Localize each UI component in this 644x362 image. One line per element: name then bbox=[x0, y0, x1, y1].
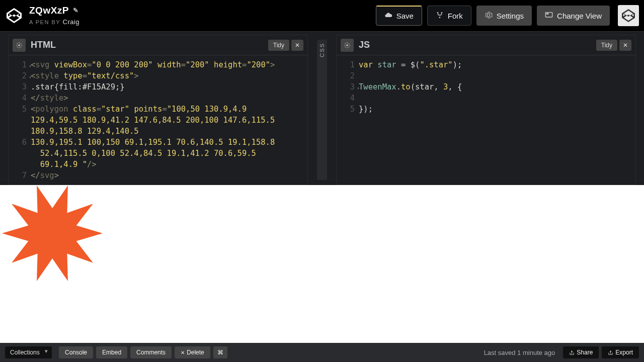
save-button[interactable]: Save bbox=[376, 6, 422, 26]
html-settings-icon[interactable] bbox=[13, 39, 26, 52]
js-tidy-button[interactable]: Tidy bbox=[596, 40, 617, 51]
embed-button[interactable]: Embed bbox=[96, 346, 127, 358]
html-editor[interactable]: 1▾ 2▾ 3 4 5 6 7 <svg viewBox="0 0 200 20… bbox=[9, 55, 307, 185]
svg-point-2 bbox=[18, 44, 20, 46]
pen-title[interactable]: ZQwXzP bbox=[29, 5, 69, 16]
delete-button[interactable]: ✕Delete bbox=[175, 346, 210, 358]
html-tidy-button[interactable]: Tidy bbox=[268, 40, 289, 51]
title-block: ZQwXzP ✎ A PEN BY Craig bbox=[29, 5, 79, 26]
shortcuts-button[interactable]: ⌘ bbox=[213, 346, 227, 358]
output-preview bbox=[0, 185, 644, 343]
footer-bar: Collections Console Embed Comments ✕Dele… bbox=[0, 343, 644, 362]
export-button[interactable]: Export bbox=[602, 346, 639, 358]
last-saved-text: Last saved 1 minute ago bbox=[484, 349, 555, 356]
js-gutter: 1 2 3▾ 4 5 bbox=[337, 59, 359, 185]
js-settings-icon[interactable] bbox=[341, 39, 354, 52]
console-button[interactable]: Console bbox=[59, 346, 93, 358]
js-pane-title: JS bbox=[359, 40, 370, 50]
header-actions: Save Fork Settings Change View bbox=[376, 5, 639, 26]
html-pane-header: HTML Tidy ✕ bbox=[9, 35, 307, 55]
share-button[interactable]: Share bbox=[563, 346, 599, 358]
settings-button[interactable]: Settings bbox=[476, 6, 532, 26]
export-icon bbox=[608, 350, 613, 355]
svg-point-3 bbox=[346, 44, 348, 46]
html-close-button[interactable]: ✕ bbox=[291, 40, 303, 51]
js-close-button[interactable]: ✕ bbox=[619, 40, 631, 51]
codepen-logo-icon[interactable] bbox=[5, 7, 23, 25]
byline: A PEN BY Craig bbox=[29, 18, 79, 26]
js-code[interactable]: var star = $(".star"); TweenMax.to(star,… bbox=[359, 59, 635, 185]
js-pane-header: JS Tidy ✕ bbox=[337, 35, 635, 55]
comments-button[interactable]: Comments bbox=[130, 346, 172, 358]
top-header: ZQwXzP ✎ A PEN BY Craig Save Fork Settin… bbox=[0, 0, 644, 31]
html-pane-title: HTML bbox=[31, 40, 56, 50]
js-pane: JS Tidy ✕ 1 2 3▾ 4 5 var star = $(".star… bbox=[336, 35, 636, 185]
svg-marker-4 bbox=[2, 186, 103, 281]
share-icon bbox=[569, 350, 575, 355]
svg-rect-1 bbox=[546, 13, 549, 15]
js-editor[interactable]: 1 2 3▾ 4 5 var star = $(".star"); TweenM… bbox=[337, 55, 635, 185]
cloud-icon bbox=[384, 11, 392, 21]
gear-icon bbox=[485, 11, 493, 21]
edit-title-icon[interactable]: ✎ bbox=[73, 7, 79, 14]
fork-icon bbox=[436, 11, 444, 21]
fork-button[interactable]: Fork bbox=[427, 6, 471, 26]
rendered-star-icon bbox=[2, 183, 103, 284]
author-link[interactable]: Craig bbox=[63, 18, 80, 26]
change-view-button[interactable]: Change View bbox=[537, 6, 610, 26]
html-code[interactable]: <svg viewBox="0 0 200 200" width="200" h… bbox=[31, 59, 307, 185]
html-pane: HTML Tidy ✕ 1▾ 2▾ 3 4 5 6 7 <svg viewBox… bbox=[8, 35, 308, 185]
user-avatar[interactable] bbox=[618, 5, 639, 26]
collections-dropdown[interactable]: Collections bbox=[5, 346, 52, 358]
css-collapsed-tab[interactable]: CSS bbox=[317, 40, 327, 180]
view-icon bbox=[545, 11, 553, 21]
html-gutter: 1▾ 2▾ 3 4 5 6 7 bbox=[9, 59, 31, 185]
editor-row: HTML Tidy ✕ 1▾ 2▾ 3 4 5 6 7 <svg viewBox… bbox=[0, 31, 644, 185]
